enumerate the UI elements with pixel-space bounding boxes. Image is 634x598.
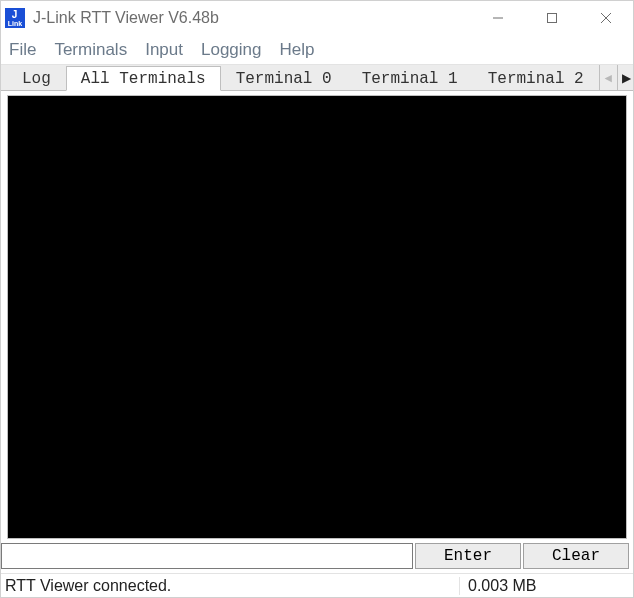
tab-scroll-right-icon[interactable]: ▶ xyxy=(617,65,634,90)
tab-scroll-left-icon[interactable]: ◄ xyxy=(599,65,617,90)
menu-terminals[interactable]: Terminals xyxy=(54,40,127,60)
tab-terminal-0[interactable]: Terminal 0 xyxy=(221,66,347,91)
tab-terminal-2[interactable]: Terminal 2 xyxy=(473,66,599,91)
tabstrip: Log All Terminals Terminal 0 Terminal 1 … xyxy=(1,65,633,91)
command-input[interactable] xyxy=(1,543,413,569)
maximize-button[interactable] xyxy=(525,1,579,35)
menu-file[interactable]: File xyxy=(9,40,36,60)
menu-input[interactable]: Input xyxy=(145,40,183,60)
close-button[interactable] xyxy=(579,1,633,35)
minimize-button[interactable] xyxy=(471,1,525,35)
tab-scroll: ◄ ▶ xyxy=(599,65,634,90)
tab-log[interactable]: Log xyxy=(7,66,66,91)
tab-terminal-1[interactable]: Terminal 1 xyxy=(347,66,473,91)
statusbar: RTT Viewer connected. 0.003 MB xyxy=(1,573,633,597)
status-message: RTT Viewer connected. xyxy=(5,577,459,595)
svg-rect-1 xyxy=(548,14,557,23)
window-title: J-Link RTT Viewer V6.48b xyxy=(33,9,219,27)
titlebar: JLink J-Link RTT Viewer V6.48b xyxy=(1,1,633,35)
clear-button[interactable]: Clear xyxy=(523,543,629,569)
menu-logging[interactable]: Logging xyxy=(201,40,262,60)
status-bytes: 0.003 MB xyxy=(459,577,629,595)
enter-button[interactable]: Enter xyxy=(415,543,521,569)
tab-all-terminals[interactable]: All Terminals xyxy=(66,66,221,91)
app-icon: JLink xyxy=(5,8,25,28)
terminal-output[interactable] xyxy=(7,95,627,539)
menu-help[interactable]: Help xyxy=(279,40,314,60)
input-row: Enter Clear xyxy=(1,543,633,573)
menubar: File Terminals Input Logging Help xyxy=(1,35,633,65)
